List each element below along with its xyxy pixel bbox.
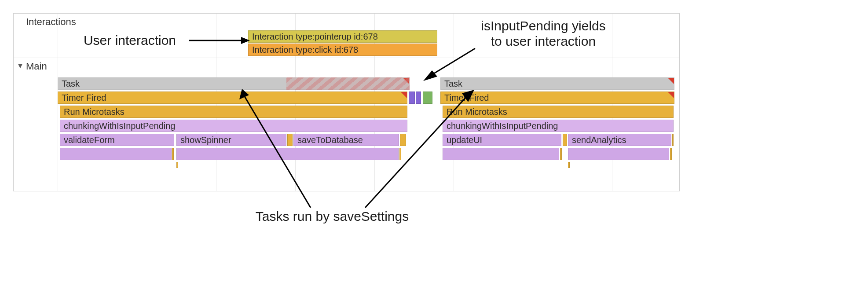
- anon-1b[interactable]: [172, 148, 174, 160]
- sliver-gold-4[interactable]: [672, 134, 674, 146]
- annotation-isinputpending-l1: isInputPending yields: [481, 18, 606, 33]
- timer-fired-2[interactable]: Timer Fired: [440, 92, 674, 104]
- anon-4[interactable]: [568, 148, 669, 160]
- section-main-title: Main: [26, 61, 47, 72]
- timer-fired-1[interactable]: Timer Fired: [58, 92, 407, 104]
- interaction-click-bar[interactable]: Interaction type:click id:678: [248, 44, 437, 56]
- fn-sendAnalytics[interactable]: sendAnalytics: [568, 134, 671, 146]
- arrow-user-interaction-icon: [189, 34, 251, 48]
- svg-line-4: [244, 95, 311, 208]
- interaction-pointerup-bar[interactable]: Interaction type:pointerup id:678: [248, 30, 437, 43]
- svg-line-6: [365, 96, 467, 208]
- annotation-user-interaction: User interaction: [68, 33, 191, 48]
- chunking-1[interactable]: chunkingWithIsInputPending: [60, 120, 407, 132]
- sliver-gold-3[interactable]: [563, 134, 567, 146]
- chunking-2[interactable]: chunkingWithIsInputPending: [443, 120, 674, 132]
- arrow-tasks-left-icon: [238, 89, 317, 210]
- anon-4b[interactable]: [670, 148, 672, 160]
- annotation-tasks-run-by: Tasks run by saveSettings: [240, 209, 425, 224]
- svg-marker-1: [241, 37, 250, 44]
- arrow-isinputpending-icon: [422, 48, 480, 84]
- section-main: ▼ Main Task Task Timer Fired Timer Fired…: [14, 58, 679, 192]
- anon-3b[interactable]: [560, 148, 562, 160]
- fn-validateForm[interactable]: validateForm: [60, 134, 174, 146]
- section-interactions-title: Interactions: [26, 16, 76, 28]
- annotation-isinputpending-l2: to user interaction: [491, 34, 596, 48]
- annotation-isinputpending: isInputPending yields to user interactio…: [473, 18, 614, 49]
- svg-marker-5: [239, 89, 249, 99]
- tiny-tick-1[interactable]: [176, 162, 178, 168]
- tiny-tick-2[interactable]: [568, 162, 570, 168]
- run-microtasks-1[interactable]: Run Microtasks: [60, 106, 407, 118]
- svg-line-2: [430, 48, 475, 76]
- disclosure-triangle-icon[interactable]: ▼: [17, 62, 24, 70]
- anon-1[interactable]: [60, 148, 172, 160]
- task-bar-1-longtask-hatch: [286, 77, 410, 90]
- arrow-tasks-right-icon: [365, 89, 475, 210]
- run-microtasks-2[interactable]: Run Microtasks: [443, 106, 674, 118]
